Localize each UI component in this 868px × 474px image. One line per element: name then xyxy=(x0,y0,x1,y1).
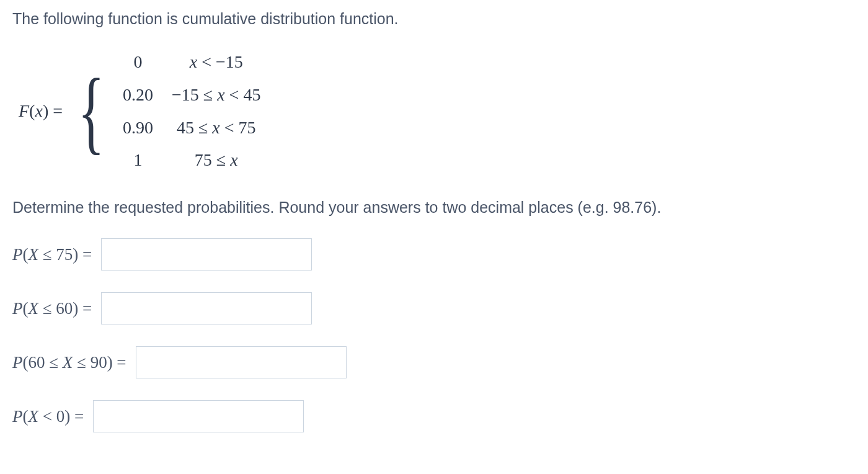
piecewise-row: 1 75 ≤ x xyxy=(123,146,260,174)
formula-block: F(x) = { 0 x < −15 0.20 −15 ≤ x < 45 0.9… xyxy=(19,43,856,179)
piecewise-value: 0 xyxy=(123,48,172,76)
question-row-2: P(X ≤ 60) = xyxy=(12,292,856,324)
answer-input-3[interactable] xyxy=(136,346,347,378)
piecewise-row: 0 x < −15 xyxy=(123,48,260,76)
answer-input-1[interactable] xyxy=(101,238,312,271)
instruction-text: Determine the requested probabilities. R… xyxy=(12,195,856,220)
question-row-3: P(60 ≤ X ≤ 90) = xyxy=(12,346,856,378)
piecewise-brace: { xyxy=(78,72,104,151)
fx-label: F(x) = xyxy=(19,97,63,125)
question-label: P(60 ≤ X ≤ 90) = xyxy=(12,349,126,376)
intro-text: The following function is cumulative dis… xyxy=(12,6,856,31)
piecewise-value: 1 xyxy=(123,146,172,174)
answer-input-4[interactable] xyxy=(93,400,304,432)
piecewise-row: 0.90 45 ≤ x < 75 xyxy=(123,114,260,142)
piecewise-condition: 45 ≤ x < 75 xyxy=(172,114,260,142)
piecewise-condition: x < −15 xyxy=(172,48,260,76)
piecewise-value: 0.20 xyxy=(123,81,172,109)
piecewise-condition: −15 ≤ x < 45 xyxy=(172,81,260,109)
question-label: P(X < 0) = xyxy=(12,403,84,430)
piecewise-value: 0.90 xyxy=(123,114,172,142)
question-label: P(X ≤ 60) = xyxy=(12,295,92,322)
question-row-1: P(X ≤ 75) = xyxy=(12,238,856,271)
piecewise-table: 0 x < −15 0.20 −15 ≤ x < 45 0.90 45 ≤ x … xyxy=(123,43,260,179)
question-label: P(X ≤ 75) = xyxy=(12,241,92,268)
question-row-4: P(X < 0) = xyxy=(12,400,856,432)
piecewise-row: 0.20 −15 ≤ x < 45 xyxy=(123,81,260,109)
piecewise-condition: 75 ≤ x xyxy=(172,146,260,174)
answer-input-2[interactable] xyxy=(101,292,312,324)
